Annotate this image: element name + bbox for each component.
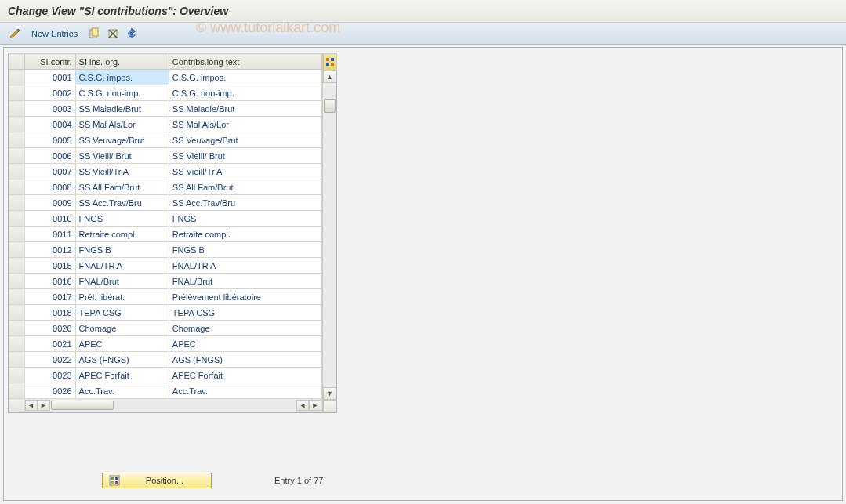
table-row[interactable]: 0005SS Veuvage/BrutSS Veuvage/Brut xyxy=(9,132,322,148)
cell-si-contr[interactable]: 0003 xyxy=(24,101,75,117)
cell-si-contr[interactable]: 0001 xyxy=(24,70,75,85)
cell-contribs-long[interactable]: SS Maladie/Brut xyxy=(169,101,321,117)
table-row[interactable]: 0001C.S.G. impos.C.S.G. impos. xyxy=(9,70,322,85)
cell-si-contr[interactable]: 0004 xyxy=(24,117,75,132)
cell-si-ins-org[interactable]: AGS (FNGS) xyxy=(75,352,169,368)
cell-si-ins-org[interactable]: SS Vieill/Tr A xyxy=(75,164,169,179)
cell-si-ins-org[interactable]: SS Maladie/Brut xyxy=(75,101,169,117)
hscroll-thumb[interactable] xyxy=(51,401,114,410)
cell-si-contr[interactable]: 0007 xyxy=(24,164,75,179)
cell-si-contr[interactable]: 0008 xyxy=(24,179,75,195)
hscroll-right-icon[interactable]: ► xyxy=(309,400,321,411)
cell-contribs-long[interactable]: Acc.Trav. xyxy=(169,383,321,399)
cell-si-ins-org[interactable]: APEC Forfait xyxy=(75,368,169,383)
cell-contribs-long[interactable]: AGS (FNGS) xyxy=(169,352,321,368)
table-row[interactable]: 0006SS Vieill/ BrutSS Vieill/ Brut xyxy=(9,148,322,164)
cell-si-contr[interactable]: 0017 xyxy=(24,289,75,305)
vertical-scrollbar[interactable]: ▲ ▼ xyxy=(322,53,336,412)
table-row[interactable]: 0007SS Vieill/Tr ASS Vieill/Tr A xyxy=(9,164,322,179)
row-selector[interactable] xyxy=(9,336,25,352)
col-contribs-long[interactable]: Contribs.long text xyxy=(169,54,321,70)
row-selector[interactable] xyxy=(9,117,25,132)
copy-icon[interactable] xyxy=(87,27,101,41)
table-row[interactable]: 0020ChomageChomage xyxy=(9,321,322,336)
cell-si-ins-org[interactable]: SS Acc.Trav/Bru xyxy=(75,195,169,211)
cell-si-ins-org[interactable]: TEPA CSG xyxy=(75,305,169,321)
col-si-contr[interactable]: SI contr. xyxy=(24,54,75,70)
cell-contribs-long[interactable]: Retraite compl. xyxy=(169,227,321,242)
table-row[interactable]: 0018TEPA CSGTEPA CSG xyxy=(9,305,322,321)
cell-contribs-long[interactable]: SS Vieill/Tr A xyxy=(169,164,321,179)
table-row[interactable]: 0012FNGS BFNGS B xyxy=(9,242,322,258)
cell-si-contr[interactable]: 0009 xyxy=(24,195,75,211)
cell-si-contr[interactable]: 0018 xyxy=(24,305,75,321)
cell-si-ins-org[interactable]: Acc.Trav. xyxy=(75,383,169,399)
cell-si-ins-org[interactable]: Retraite compl. xyxy=(75,227,169,242)
horizontal-scrollbar[interactable]: ◄ ► ◄ ► xyxy=(25,399,321,412)
table-row[interactable]: 0004SS Mal Als/LorSS Mal Als/Lor xyxy=(9,117,322,132)
cell-si-contr[interactable]: 0006 xyxy=(24,148,75,164)
cell-contribs-long[interactable]: FNGS xyxy=(169,211,321,227)
row-selector[interactable] xyxy=(9,242,25,258)
cell-contribs-long[interactable]: TEPA CSG xyxy=(169,305,321,321)
cell-contribs-long[interactable]: Prélèvement libératoire xyxy=(169,289,321,305)
table-row[interactable]: 0010FNGSFNGS xyxy=(9,211,322,227)
cell-si-ins-org[interactable]: SS Veuvage/Brut xyxy=(75,132,169,148)
hscroll-left-step-icon[interactable]: ◄ xyxy=(296,400,309,411)
row-selector[interactable] xyxy=(9,352,25,368)
row-selector[interactable] xyxy=(9,164,25,179)
col-si-ins-org[interactable]: SI ins. org. xyxy=(75,54,169,70)
row-selector[interactable] xyxy=(9,227,25,242)
table-config-icon[interactable] xyxy=(323,53,337,71)
cell-contribs-long[interactable]: SS All Fam/Brut xyxy=(169,179,321,195)
cell-si-contr[interactable]: 0005 xyxy=(24,132,75,148)
cell-si-contr[interactable]: 0015 xyxy=(24,258,75,274)
cell-si-ins-org[interactable]: FNAL/TR A xyxy=(75,258,169,274)
hscroll-left-icon[interactable]: ◄ xyxy=(25,400,38,411)
cell-contribs-long[interactable]: SS Acc.Trav/Bru xyxy=(169,195,321,211)
cell-si-ins-org[interactable]: Chomage xyxy=(75,321,169,336)
row-selector[interactable] xyxy=(9,101,25,117)
cell-si-ins-org[interactable]: FNGS xyxy=(75,211,169,227)
cell-si-ins-org[interactable]: C.S.G. non-imp. xyxy=(75,85,169,101)
vscroll-end-icon[interactable] xyxy=(323,400,336,412)
cell-si-ins-org[interactable]: FNAL/Brut xyxy=(75,274,169,289)
cell-contribs-long[interactable]: SS Veuvage/Brut xyxy=(169,132,321,148)
cell-contribs-long[interactable]: APEC xyxy=(169,336,321,352)
table-row[interactable]: 0015FNAL/TR AFNAL/TR A xyxy=(9,258,322,274)
cell-contribs-long[interactable]: Chomage xyxy=(169,321,321,336)
cell-si-contr[interactable]: 0010 xyxy=(24,211,75,227)
toggle-edit-icon[interactable] xyxy=(8,27,22,41)
vscroll-thumb[interactable] xyxy=(324,99,336,113)
row-selector[interactable] xyxy=(9,195,25,211)
table-row[interactable]: 0021APECAPEC xyxy=(9,336,322,352)
row-selector[interactable] xyxy=(9,148,25,164)
table-row[interactable]: 0003SS Maladie/BrutSS Maladie/Brut xyxy=(9,101,322,117)
cell-contribs-long[interactable]: FNAL/Brut xyxy=(169,274,321,289)
vscroll-down-icon[interactable]: ▼ xyxy=(323,387,336,400)
row-selector[interactable] xyxy=(9,305,25,321)
cell-contribs-long[interactable]: SS Vieill/ Brut xyxy=(169,148,321,164)
cell-si-ins-org[interactable]: SS Vieill/ Brut xyxy=(75,148,169,164)
cell-contribs-long[interactable]: FNAL/TR A xyxy=(169,258,321,274)
cell-si-ins-org[interactable]: SS Mal Als/Lor xyxy=(75,117,169,132)
cell-contribs-long[interactable]: C.S.G. non-imp. xyxy=(169,85,321,101)
cell-contribs-long[interactable]: SS Mal Als/Lor xyxy=(169,117,321,132)
delete-icon[interactable] xyxy=(106,27,120,41)
cell-si-contr[interactable]: 0023 xyxy=(24,368,75,383)
cell-si-ins-org[interactable]: APEC xyxy=(75,336,169,352)
table-row[interactable]: 0017Prél. libérat.Prélèvement libératoir… xyxy=(9,289,322,305)
new-entries-button[interactable]: New Entries xyxy=(27,27,82,40)
row-selector[interactable] xyxy=(9,274,25,289)
cell-contribs-long[interactable]: C.S.G. impos. xyxy=(169,70,321,85)
vscroll-track[interactable] xyxy=(323,83,336,387)
select-all-header[interactable] xyxy=(9,54,25,70)
table-row[interactable]: 0008SS All Fam/BrutSS All Fam/Brut xyxy=(9,179,322,195)
cell-si-contr[interactable]: 0021 xyxy=(24,336,75,352)
table-row[interactable]: 0002C.S.G. non-imp.C.S.G. non-imp. xyxy=(9,85,322,101)
table-row[interactable]: 0011Retraite compl.Retraite compl. xyxy=(9,227,322,242)
cell-si-ins-org[interactable]: C.S.G. impos. xyxy=(75,70,169,85)
cell-si-contr[interactable]: 0022 xyxy=(24,352,75,368)
row-selector[interactable] xyxy=(9,289,25,305)
vscroll-up-icon[interactable]: ▲ xyxy=(323,71,336,83)
